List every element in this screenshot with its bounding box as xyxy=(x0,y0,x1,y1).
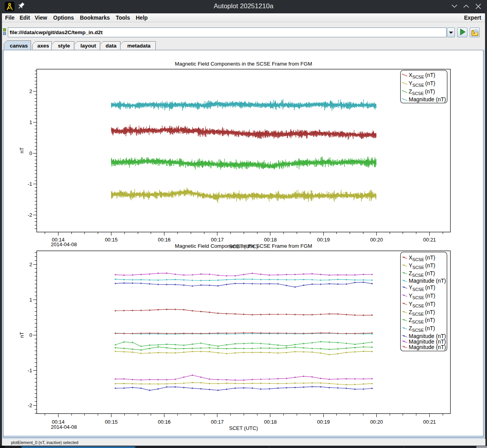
svg-text:00:15: 00:15 xyxy=(105,237,118,243)
svg-text:Magnetic Field Components in t: Magnetic Field Components in the SCSE Fr… xyxy=(175,243,312,249)
svg-text:metadata: metadata xyxy=(127,43,151,49)
svg-text:layout: layout xyxy=(80,43,96,49)
svg-text:Magnetic Field Components in t: Magnetic Field Components in the SCSE Fr… xyxy=(175,60,312,66)
svg-text:00:17: 00:17 xyxy=(211,237,224,243)
svg-text:00:21: 00:21 xyxy=(423,237,436,243)
svg-text:Magnitude (nT): Magnitude (nT) xyxy=(409,278,446,284)
svg-text:1: 1 xyxy=(29,297,32,303)
svg-text:style: style xyxy=(58,43,70,49)
svg-text:-2: -2 xyxy=(27,212,32,218)
svg-text:2014-04-08: 2014-04-08 xyxy=(51,241,77,247)
svg-text:SCET (UTC): SCET (UTC) xyxy=(229,425,258,431)
svg-text:0: 0 xyxy=(29,150,32,156)
svg-text:00:17: 00:17 xyxy=(211,419,224,424)
svg-text:00:19: 00:19 xyxy=(317,237,330,243)
svg-text:00:20: 00:20 xyxy=(370,419,383,424)
svg-text:00:18: 00:18 xyxy=(264,419,277,424)
svg-text:00:16: 00:16 xyxy=(158,419,171,424)
svg-text:00:16: 00:16 xyxy=(158,237,171,243)
svg-text:nT: nT xyxy=(19,147,25,153)
svg-text:canvas: canvas xyxy=(10,43,28,49)
svg-text:00:20: 00:20 xyxy=(370,237,383,243)
svg-text:2: 2 xyxy=(29,88,32,94)
svg-text:Magnitude (nT): Magnitude (nT) xyxy=(409,96,446,102)
svg-text:-1: -1 xyxy=(27,367,32,373)
svg-text:data: data xyxy=(106,43,117,49)
svg-text:0: 0 xyxy=(29,332,32,338)
svg-text:00:19: 00:19 xyxy=(317,419,330,424)
svg-text:-1: -1 xyxy=(27,181,32,187)
svg-text:00:21: 00:21 xyxy=(423,419,436,424)
svg-text:00:18: 00:18 xyxy=(264,237,277,243)
svg-text:axes: axes xyxy=(37,43,49,49)
svg-text:Magnitude (nT): Magnitude (nT) xyxy=(409,344,446,350)
svg-text:1: 1 xyxy=(29,119,32,125)
svg-text:2: 2 xyxy=(29,261,32,267)
svg-text:2014-04-08: 2014-04-08 xyxy=(51,424,77,430)
svg-text:00:15: 00:15 xyxy=(105,419,118,424)
svg-text:nT: nT xyxy=(19,332,25,338)
svg-text:-2: -2 xyxy=(27,402,32,408)
